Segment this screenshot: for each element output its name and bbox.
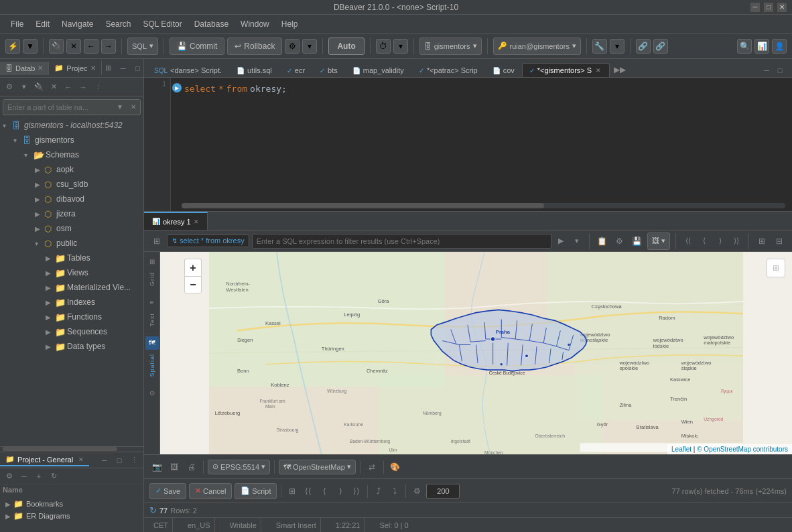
rt-copy[interactable]: 📋 xyxy=(595,234,610,249)
toolbar-btn-1[interactable]: ⚡ xyxy=(5,39,20,54)
bt-screenshot[interactable]: 📷 xyxy=(149,460,164,474)
rt-prev-prev[interactable]: ⟨⟨ xyxy=(681,235,695,248)
commit-button[interactable]: 💾 Commit xyxy=(170,38,224,55)
rt-nav-arrow[interactable]: ▾ xyxy=(570,235,584,248)
ab-nav-align[interactable]: ⊞ xyxy=(285,484,299,498)
save-button[interactable]: ✓ Save xyxy=(149,483,186,499)
tree-item-functions[interactable]: ▶ 📁 Functions xyxy=(0,310,143,324)
panel-expand[interactable]: → xyxy=(76,80,90,94)
toolbar-new-conn[interactable]: 🔌 xyxy=(49,39,64,54)
vt-grid-icon[interactable]: ⊞ xyxy=(145,255,159,268)
menu-help[interactable]: Help xyxy=(276,17,304,31)
pp-refresh-btn[interactable]: ↻ xyxy=(47,470,60,483)
ab-nav-next-next[interactable]: ⟩⟩ xyxy=(350,484,363,498)
menu-edit[interactable]: Edit xyxy=(30,17,55,31)
tree-item-aopk[interactable]: ▶ ⬡ aopk xyxy=(0,162,143,177)
minimize-button[interactable]: ─ xyxy=(750,3,760,12)
maptype-dropdown[interactable]: 🗺 OpenStreetMap ▾ xyxy=(279,460,356,474)
sql-filter-input[interactable] xyxy=(252,234,551,249)
ab-row-import[interactable]: ⤵ xyxy=(388,484,401,498)
panel-more[interactable]: ⋮ xyxy=(91,80,105,94)
maximize-button[interactable]: □ xyxy=(764,3,773,12)
rt-col-mode[interactable]: ⊟ xyxy=(772,234,787,249)
vt-extra-icon[interactable]: ⊙ xyxy=(145,386,159,399)
tab-project[interactable]: 📁 Projec ✕ xyxy=(49,61,101,75)
script-button[interactable]: 📄 Script xyxy=(235,483,277,499)
tab-bts[interactable]: ✓ bts xyxy=(312,63,345,77)
ab-nav-prev[interactable]: ⟨ xyxy=(318,484,331,498)
pp-minus-btn[interactable]: ─ xyxy=(17,470,31,483)
editor-content[interactable]: select * from okresy; xyxy=(182,78,792,211)
tree-item-views[interactable]: ▶ 📁 Views xyxy=(0,265,143,280)
pp-plus-btn[interactable]: + xyxy=(32,470,46,483)
rt-view-dropdown[interactable]: 🖼 ▾ xyxy=(647,232,670,250)
toolbar-btn-left[interactable]: ← xyxy=(84,39,98,54)
pp-menu[interactable]: ⋮ xyxy=(127,454,141,467)
rows-refresh-icon[interactable]: ↻ xyxy=(149,505,157,515)
menu-sql-editor[interactable]: SQL Editor xyxy=(137,17,187,31)
tree-item-sequences[interactable]: ▶ 📁 Sequences xyxy=(0,324,143,339)
panel-minimize[interactable]: ─ xyxy=(117,62,130,75)
project-tab-close[interactable]: ✕ xyxy=(78,456,84,463)
proj-tab-close[interactable]: ✕ xyxy=(90,64,96,72)
project-tab-general[interactable]: 📁 Project - General ✕ xyxy=(0,454,89,466)
pp-er-diagrams[interactable]: ▶ 📁 ER Diagrams xyxy=(3,510,141,522)
editor-minimize[interactable]: ─ xyxy=(760,64,773,77)
toolbar-btn-2[interactable]: ▼ xyxy=(23,39,38,54)
toolbar-extra2[interactable]: 🔗 xyxy=(653,39,668,54)
ab-nav-next[interactable]: ⟩ xyxy=(334,484,347,498)
tab-gismentors[interactable]: ✓ *<gismentors> S ✕ xyxy=(522,63,610,77)
tree-item-schemas[interactable]: ▾ 📂 Schemas xyxy=(0,147,143,162)
map-layers-btn[interactable]: ⊞ xyxy=(767,259,785,277)
vt-text-label[interactable]: Text xyxy=(149,313,155,327)
db2-dropdown[interactable]: 🔑 ruian@gismentors ▾ xyxy=(493,38,581,55)
panel-collapse[interactable]: ← xyxy=(62,80,75,94)
toolbar-clock[interactable]: ⏱ xyxy=(376,39,391,54)
sql-dropdown[interactable]: SQL ▾ xyxy=(127,38,158,55)
tree-item-datatypes[interactable]: ▶ 📁 Data types xyxy=(0,339,143,354)
rt-nav-run[interactable]: ▶ xyxy=(554,235,568,248)
menu-search[interactable]: Search xyxy=(100,17,136,31)
tree-item-tables[interactable]: ▶ 📁 Tables xyxy=(0,251,143,265)
rt-next[interactable]: ⟩ xyxy=(714,235,727,248)
bt-swap[interactable]: ⇄ xyxy=(365,460,379,474)
cancel-button[interactable]: ✕ Cancel xyxy=(189,483,232,499)
toolbar-search[interactable]: 🔍 xyxy=(737,39,752,54)
tree-item-csu[interactable]: ▶ ⬡ csu_sldb xyxy=(0,177,143,192)
row-limit-input[interactable] xyxy=(426,484,460,498)
ab-nav-prev-prev[interactable]: ⟨⟨ xyxy=(302,484,315,498)
toolbar-extra1[interactable]: 🔗 xyxy=(636,39,651,54)
editor-maximize[interactable]: □ xyxy=(773,64,787,77)
close-button[interactable]: ✕ xyxy=(777,3,787,12)
tab-cov[interactable]: 📄 cov xyxy=(485,63,522,77)
vt-spatial-icon[interactable]: 🗺 xyxy=(145,336,159,350)
toolbar-btn-right[interactable]: → xyxy=(101,39,116,54)
tree-item-public[interactable]: ▾ ⬡ public xyxy=(0,236,143,251)
tree-item-matviews[interactable]: ▶ 📁 Materialized Vie... xyxy=(0,280,143,295)
tree-item-indexes[interactable]: ▶ 📁 Indexes xyxy=(0,295,143,310)
epsg-dropdown[interactable]: ⊙ EPSG:5514 ▾ xyxy=(208,460,270,474)
menu-window[interactable]: Window xyxy=(235,17,275,31)
rt-prev[interactable]: ⟨ xyxy=(698,235,711,248)
toolbar-icon1[interactable]: 📊 xyxy=(754,39,769,54)
map-zoom-in[interactable]: + xyxy=(184,259,202,276)
panel-settings-arrow[interactable]: ▾ xyxy=(17,80,31,94)
tab-patrac[interactable]: ✓ *<patrac> Scrip xyxy=(411,63,485,77)
tab-map-validity[interactable]: 📄 map_validity xyxy=(345,63,411,77)
ab-row-export[interactable]: ⤴ xyxy=(372,484,385,498)
result-tab-okresy[interactable]: 📊 okresy 1 ✕ xyxy=(144,212,208,230)
vt-spatial-label[interactable]: Spatial xyxy=(149,354,155,377)
toolbar-xact-mode[interactable]: ⚙ xyxy=(285,39,300,54)
tree-item-db[interactable]: ▾ 🗄 gismentors xyxy=(0,133,143,147)
db-tab-close[interactable]: ✕ xyxy=(38,64,43,72)
osm-attribution[interactable]: © OpenStreetMap contributors xyxy=(697,446,788,453)
vt-text-icon[interactable]: ≡ xyxy=(145,295,159,309)
db1-dropdown[interactable]: 🗄 gismentors ▾ xyxy=(419,38,482,55)
panel-disconnect[interactable]: ✕ xyxy=(47,80,60,94)
tab-close-8[interactable]: ✕ xyxy=(594,66,602,74)
menu-file[interactable]: File xyxy=(5,17,29,31)
menu-database[interactable]: Database xyxy=(189,17,234,31)
filter-clear[interactable]: ✕ xyxy=(127,101,139,113)
rt-next-next[interactable]: ⟩⟩ xyxy=(730,235,743,248)
panel-new-conn[interactable]: 🔌 xyxy=(32,80,46,94)
